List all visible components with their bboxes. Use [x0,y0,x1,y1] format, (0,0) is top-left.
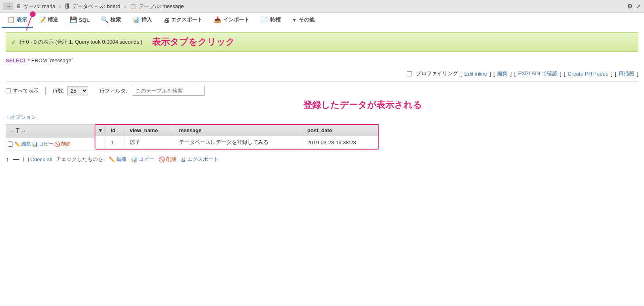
tab-import[interactable]: 📥 インポート [208,13,255,28]
edit-link[interactable]: 編集 [497,70,508,77]
import-icon: 📥 [214,16,222,23]
bottom-delete-label: 削除 [166,156,177,163]
edit-inline-link[interactable]: Edit inline [465,71,487,77]
profiling-row: プロファイリング [ Edit inline ] [ 編集 ] [ EXPLAI… [6,68,638,82]
bottom-copy-btn[interactable]: 📊 コピー [131,156,154,163]
bracket-close-4: ] [611,71,612,77]
explain-link[interactable]: EXPLAIN で確認 [518,70,557,77]
bracket-close-5: ] [637,71,638,77]
row-checkbox[interactable] [8,141,13,147]
bottom-line: — [13,156,19,163]
data-table-wrapper: ▼ id view_name message post_date 1 涼子 [95,124,379,150]
cell-message: データベースにデータを登録してみる [174,136,302,149]
bracket-open-3: [ [514,71,516,77]
delete-btn[interactable]: 🚫 削除 [54,141,71,148]
bottom-delete-btn[interactable]: 🚫 削除 [158,156,177,163]
bracket-open-1: [ [460,71,462,77]
breadcrumb-sep-1: » [59,3,61,9]
filter-label: 行フィルタ: [99,87,127,95]
bracket-close-2: ] [510,71,512,77]
tab-more[interactable]: ▼ その他 [286,13,320,28]
browse-label: 表示 [17,16,27,23]
tab-export[interactable]: 🖨 エクスポート [158,13,208,28]
server-icon: 🖥 [16,3,21,9]
annotation-area: ✓ 行 0 - 0 の表示 (合計 1, Query took 0.0004 s… [6,32,638,52]
tab-structure[interactable]: 📝 構造 [33,13,64,28]
table-icon: 📋 [130,3,136,9]
bottom-pencil-icon: ✏️ [109,156,115,162]
copy-icon: 📊 [32,141,38,147]
structure-icon: 📝 [38,16,46,23]
main-content: ✓ 行 0 - 0 の表示 (合計 1, Query took 0.0004 s… [0,28,644,271]
bottom-copy-icon: 📊 [131,156,137,162]
cell-post-date: 2019-03-28 16:38:28 [302,136,378,149]
export-icon: 🖨 [163,17,169,23]
row-count-label: 行数: 25 50 100 [53,86,88,95]
th-view-name[interactable]: view_name [125,125,174,136]
db-icon: 🗄 [65,3,70,9]
col-header-actions: ← T → [6,124,95,137]
row-actions: ✏️ 編集 📊 コピー 🚫 削除 [6,137,95,151]
table-row: 1 涼子 データベースにデータを登録してみる 2019-03-28 16:38:… [95,136,378,149]
bottom-export-btn[interactable]: 🖨 エクスポート [181,156,219,163]
col-arrow-left[interactable]: ← [9,128,15,134]
top-bar: → 🖥 サーバ: maria » 🗄 データベース: board » 📋 テーブ… [0,0,644,13]
tab-search[interactable]: 🔍 検索 [95,13,127,28]
row-filter-input[interactable] [132,86,205,96]
delete-icon: 🚫 [54,141,60,147]
bottom-export-icon: 🖨 [181,156,186,162]
tab-insert[interactable]: 📊 挿入 [127,13,158,28]
col-arrow-right[interactable]: → [21,128,26,134]
redraw-link[interactable]: 再描画 [619,70,634,77]
search-label: 検索 [110,16,121,23]
search-icon: 🔍 [101,16,109,23]
copy-btn[interactable]: 📊 コピー [32,141,53,148]
tab-privileges[interactable]: 📄 特権 [255,13,286,28]
separator: │ [44,87,48,95]
breadcrumb: → 🖥 サーバ: maria » 🗄 データベース: board » 📋 テーブ… [3,2,184,10]
bottom-delete-icon: 🚫 [158,156,165,162]
sql-keyword: SELECT [6,57,26,63]
show-all-text: すべて表示 [13,87,39,95]
gear-icon[interactable]: ⚙ [627,2,633,10]
nav-arrow-btn[interactable]: → [3,2,13,10]
bottom-edit-btn[interactable]: ✏️ 編集 [109,156,127,163]
profiling-checkbox[interactable] [407,71,412,76]
bottom-copy-label: コピー [139,156,154,163]
create-php-link[interactable]: Create PHP code [568,71,608,77]
th-message[interactable]: message [174,125,302,136]
check-all-label[interactable]: Check all [23,156,52,162]
import-label: インポート [223,16,249,23]
tab-sql[interactable]: 💾 SQL [64,13,95,28]
th-post-date[interactable]: post_date [302,125,378,136]
success-bar: ✓ 行 0 - 0 の表示 (合計 1, Query took 0.0004 s… [6,32,638,52]
th-id[interactable]: id [106,125,125,136]
check-all-checkbox[interactable] [23,157,29,162]
tab-browse[interactable]: 📋 表示 [2,13,33,28]
row-count-select[interactable]: 25 50 100 [67,86,88,95]
action-col: ← T → ✏️ 編集 📊 コピー 🚫 [6,124,95,151]
more-icon: ▼ [292,17,297,23]
options-link[interactable]: + オプション [6,114,638,121]
expand-icon[interactable]: ⤢ [636,3,641,10]
cell-id: 1 [106,136,125,149]
insert-label: 挿入 [141,16,152,23]
sql-display: SELECT * FROM `message` [6,55,638,68]
top-bar-right: ⚙ ⤢ [627,2,641,10]
sql-rest: * FROM `message` [28,57,73,63]
sql-icon: 💾 [70,16,77,23]
bottom-edit-label: 編集 [116,156,127,163]
show-all-label[interactable]: すべて表示 [6,87,39,95]
edit-btn[interactable]: ✏️ 編集 [15,141,31,148]
bracket-close-3: ] [560,71,562,77]
col-resize-icon: T [16,127,20,135]
more-label: その他 [299,16,315,23]
sort-icon[interactable]: ▼ [98,127,103,133]
browse-icon: 📋 [7,16,15,23]
success-message: 行 0 - 0 の表示 (合計 1, Query took 0.0004 sec… [19,38,142,46]
table-label: テーブル: message [139,3,184,10]
controls-row: すべて表示 │ 行数: 25 50 100 行フィルタ: [6,86,638,96]
show-all-checkbox[interactable] [6,88,11,93]
th-sort: ▼ [95,125,106,136]
bottom-bar: ↑ — Check all チェックしたものを: ✏️ 編集 📊 コピー 🚫 削… [6,156,638,163]
